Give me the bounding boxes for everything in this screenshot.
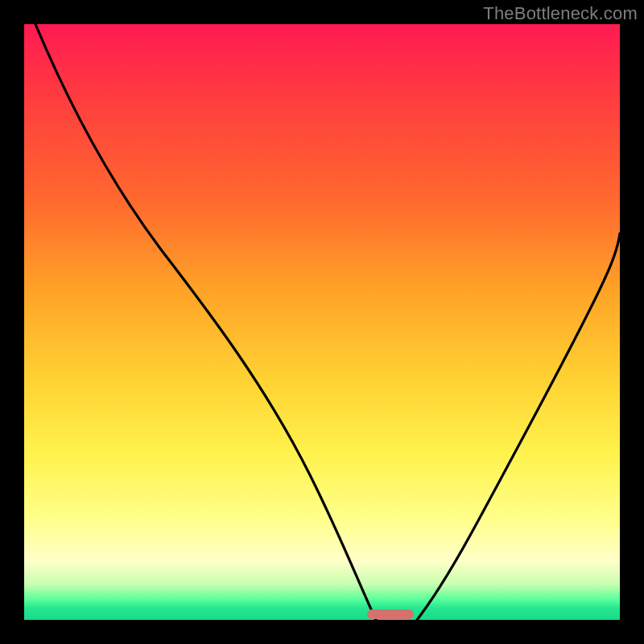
bottleneck-curve xyxy=(24,24,620,620)
minimum-marker xyxy=(367,609,414,619)
curve-right-branch xyxy=(417,233,620,620)
curve-left-branch xyxy=(35,24,376,620)
plot-area xyxy=(24,24,620,620)
watermark-text: TheBottleneck.com xyxy=(483,3,638,24)
chart-frame: TheBottleneck.com xyxy=(0,0,644,644)
